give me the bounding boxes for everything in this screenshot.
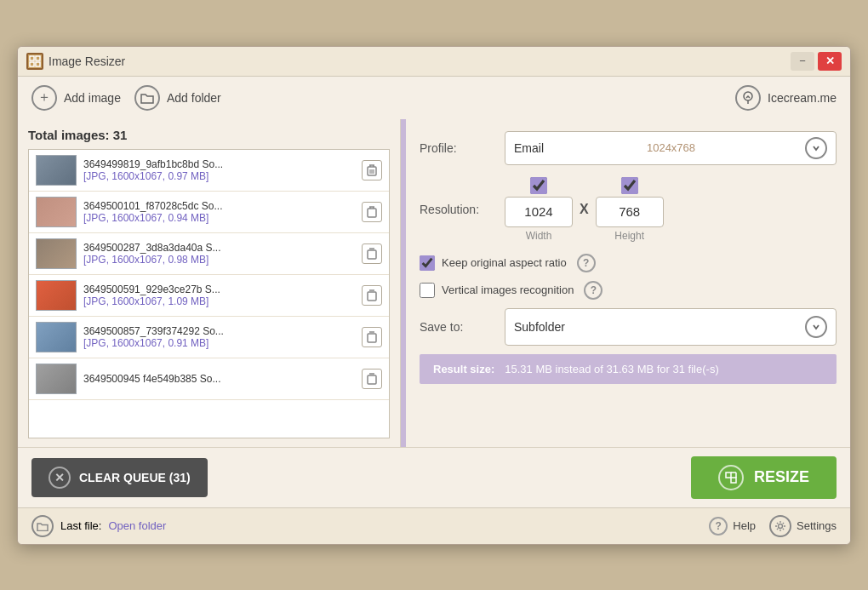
resize-button[interactable]: RESIZE [691, 456, 837, 499]
width-input-group: 1024 Width [505, 177, 573, 242]
svg-rect-21 [368, 334, 376, 342]
clear-queue-button[interactable]: ✕ CLEAR QUEUE (31) [31, 458, 208, 497]
file-thumbnail [36, 197, 77, 227]
result-bar: Result size: 15.31 MB instead of 31.63 M… [420, 354, 837, 384]
height-checkbox[interactable] [621, 177, 638, 194]
toolbar-left: ＋ Add image Add folder [31, 85, 221, 111]
add-folder-icon [134, 85, 160, 111]
profile-label: Profile: [420, 141, 496, 155]
file-thumbnail [36, 322, 77, 352]
svg-point-29 [779, 524, 783, 528]
list-item: 3649499819_9afb1bc8bd So... [JPG, 1600x1… [29, 150, 389, 192]
help-icon: ? [709, 517, 728, 536]
status-bar: Last file: Open folder ? Help Settings [18, 507, 850, 544]
status-right: ? Help Settings [705, 515, 837, 537]
keep-aspect-label: Keep original aspect ratio [442, 256, 567, 269]
profile-name: Email [514, 141, 544, 155]
keep-aspect-help-button[interactable]: ? [577, 254, 596, 272]
help-label: Help [733, 519, 756, 532]
file-name: 3649500945 f4e549b385 So... [83, 373, 355, 385]
main-content: Total images: 31 3649499819_9afb1bc8bd S… [18, 119, 850, 447]
delete-button[interactable] [362, 285, 382, 306]
help-button[interactable]: ? Help [705, 517, 756, 536]
vertical-images-checkbox[interactable] [420, 283, 435, 298]
file-info: 3649500857_739f374292 So... [JPG, 1600x1… [83, 325, 355, 349]
file-info: 3649500287_3d8a3da40a S... [JPG, 1600x10… [83, 242, 355, 266]
file-info: 3649500591_929e3ce27b S... [JPG, 1600x10… [83, 284, 355, 307]
svg-rect-17 [368, 250, 376, 259]
profile-select[interactable]: Email 1024x768 [505, 131, 837, 165]
add-image-button[interactable]: ＋ Add image [31, 85, 121, 111]
add-folder-label: Add folder [167, 91, 221, 105]
profile-row: Profile: Email 1024x768 [420, 131, 837, 165]
app-icon [26, 53, 43, 70]
file-meta: [JPG, 1600x1067, 0.97 MB] [83, 170, 355, 182]
add-image-icon: ＋ [31, 85, 57, 111]
saveto-label: Save to: [420, 320, 496, 334]
file-thumbnail [36, 238, 77, 269]
svg-rect-25 [726, 473, 731, 478]
file-thumbnail [36, 364, 77, 394]
minimize-button[interactable]: − [791, 52, 814, 71]
resize-label: RESIZE [754, 468, 809, 486]
height-label: Height [614, 230, 644, 242]
svg-rect-0 [30, 56, 34, 60]
file-name: 3649500287_3d8a3da40a S... [83, 242, 355, 254]
left-panel: Total images: 31 3649499819_9afb1bc8bd S… [18, 119, 401, 447]
delete-button[interactable] [362, 369, 382, 389]
result-size-label: Result size: [433, 363, 494, 375]
saveto-dropdown-arrow[interactable] [805, 316, 827, 338]
list-item: 3649500287_3d8a3da40a S... [JPG, 1600x10… [29, 233, 389, 275]
right-panel: Profile: Email 1024x768 Resolution: 1024 [406, 119, 850, 447]
height-input[interactable]: 768 [596, 197, 664, 227]
total-images-label: Total images: 31 [28, 128, 390, 142]
svg-rect-13 [368, 209, 376, 217]
list-item: 3649500591_929e3ce27b S... [JPG, 1600x10… [29, 275, 389, 317]
delete-button[interactable] [362, 327, 382, 347]
file-info: 3649499819_9afb1bc8bd So... [JPG, 1600x1… [83, 158, 355, 182]
svg-rect-3 [36, 62, 40, 66]
file-meta: [JPG, 1600x1067, 0.91 MB] [83, 337, 355, 349]
delete-button[interactable] [362, 160, 382, 180]
app-window: Image Resizer − ✕ ＋ Add image Add folder [17, 46, 851, 545]
window-title: Image Resizer [49, 54, 125, 68]
svg-rect-19 [368, 292, 376, 301]
title-bar-controls: − ✕ [791, 52, 842, 71]
close-button[interactable]: ✕ [818, 52, 842, 71]
result-size-value: 15.31 MB instead of 31.63 MB for 31 file… [505, 363, 718, 375]
icecream-button[interactable]: Icecream.me [735, 85, 837, 111]
width-label: Width [526, 230, 552, 242]
status-left: Last file: Open folder [31, 515, 166, 537]
resize-icon [718, 465, 744, 490]
svg-rect-23 [368, 375, 376, 384]
saveto-select[interactable]: Subfolder [505, 308, 837, 346]
add-folder-button[interactable]: Add folder [134, 85, 221, 111]
height-input-group: 768 Height [596, 177, 664, 242]
profile-dropdown-arrow[interactable] [805, 137, 827, 159]
file-list[interactable]: 3649499819_9afb1bc8bd So... [JPG, 1600x1… [28, 149, 390, 438]
action-bar: ✕ CLEAR QUEUE (31) RESIZE [18, 447, 850, 507]
delete-button[interactable] [362, 243, 382, 264]
width-checkbox[interactable] [530, 177, 547, 194]
keep-aspect-checkbox[interactable] [420, 255, 435, 271]
file-name: 3649499819_9afb1bc8bd So... [83, 158, 355, 170]
last-file-folder-icon [31, 515, 54, 537]
toolbar: ＋ Add image Add folder Icecre [18, 77, 850, 119]
clear-queue-icon: ✕ [49, 467, 71, 489]
settings-button[interactable]: Settings [769, 515, 837, 537]
file-thumbnail [36, 155, 77, 186]
resolution-inputs: 1024 Width X 768 Height [505, 177, 664, 242]
file-name: 3649500857_739f374292 So... [83, 325, 355, 337]
vertical-images-help-button[interactable]: ? [584, 281, 602, 300]
file-name: 3649500101_f87028c5dc So... [83, 200, 355, 212]
keep-aspect-row: Keep original aspect ratio ? [420, 254, 837, 272]
list-item: 3649500857_739f374292 So... [JPG, 1600x1… [29, 317, 389, 358]
last-file-label: Last file: [60, 519, 101, 532]
vertical-images-label: Vertical images recognition [442, 284, 574, 296]
delete-button[interactable] [362, 202, 382, 222]
open-folder-link[interactable]: Open folder [108, 519, 166, 532]
resolution-x-separator: X [580, 202, 589, 217]
settings-label: Settings [797, 519, 837, 532]
saveto-row: Save to: Subfolder [420, 308, 837, 346]
width-input[interactable]: 1024 [505, 197, 573, 227]
